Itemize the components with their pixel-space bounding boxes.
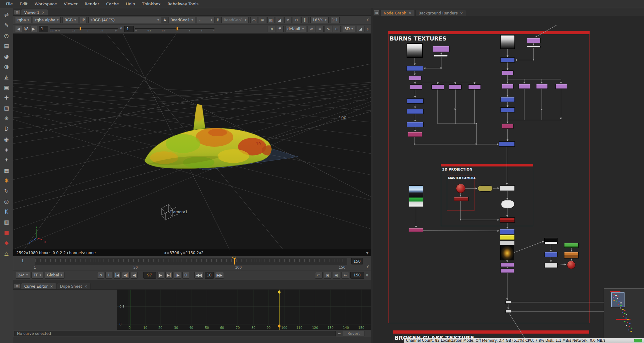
curve-graph-panel[interactable]: 01020304050607080901001101201301401500.5… [117, 290, 371, 330]
dag-minimap[interactable] [604, 288, 644, 339]
gain-field[interactable]: 1 [39, 26, 48, 32]
menu-viewer[interactable]: Viewer [60, 0, 81, 8]
dag-node-magenta-a1[interactable] [408, 132, 422, 137]
dag-node-blue-a4[interactable] [407, 122, 424, 127]
lock-range-icon[interactable]: ▣ [333, 272, 340, 279]
toolbar-draw-icon[interactable]: ✎ [1, 20, 12, 30]
toolbar-filter-icon[interactable]: ◑ [1, 61, 12, 72]
dag-node-violet-d2[interactable] [500, 269, 514, 273]
dag-node-dotbar-b[interactable] [527, 46, 541, 48]
collapse-toolbar-icon[interactable]: ≫ [366, 18, 369, 21]
menu-render[interactable]: Render [81, 0, 103, 8]
eyedropper-icon[interactable]: ◢ [357, 26, 364, 32]
dag-junction-dot[interactable] [560, 117, 562, 119]
fstop-prev-button[interactable]: ◀ [15, 26, 22, 32]
gamma-slider[interactable]: 00.10.51234 [135, 26, 214, 32]
menu-workspace[interactable]: Workspace [31, 0, 60, 8]
next-keyframe-button[interactable]: ▶| [165, 272, 173, 279]
toolbar-warning-icon[interactable]: △ [1, 248, 12, 258]
dag-node-violet-a5[interactable] [449, 84, 462, 90]
dag-node-white-rect-1[interactable] [500, 185, 515, 191]
b-input-dropdown[interactable]: ReadGeo1▼ [221, 17, 248, 23]
toolbar-plugin-gradient-icon[interactable]: ▥ [1, 217, 12, 227]
timeline[interactable]: 1 97 150 ≫ 150100150 [13, 256, 371, 270]
curve-list-panel[interactable] [13, 290, 117, 330]
panel-menu-icon[interactable]: ▤ [14, 10, 20, 14]
dag-node-magenta-b1[interactable] [502, 124, 514, 129]
dag-node-blue-a3[interactable] [407, 109, 424, 114]
menu-file[interactable]: File [3, 0, 16, 8]
tab-background-renders[interactable]: Background Renders× [415, 10, 466, 16]
dag-node-violet-d1[interactable] [500, 263, 514, 267]
dag-node-white-f1[interactable] [505, 301, 511, 304]
dag-node-white-e1[interactable] [544, 263, 558, 268]
dag-node-red-sphere-e1[interactable] [567, 261, 575, 269]
snap-grid-icon[interactable]: # [276, 26, 284, 32]
dag-node-gray-d1[interactable] [500, 241, 515, 245]
fit-range-icon[interactable]: ↔ [341, 272, 349, 279]
toolbar-stamps-icon[interactable]: ■ [1, 227, 12, 237]
dag-junction-dot[interactable] [460, 219, 461, 220]
toolbar-plugin-refresh-icon[interactable]: ↻ [1, 186, 12, 196]
toolbar-transform-icon[interactable]: ✚ [1, 92, 12, 103]
dag-node-violet-b6[interactable] [555, 84, 567, 89]
tab-node-graph[interactable]: Node Graph× [380, 10, 415, 16]
timeline-track[interactable] [35, 258, 347, 264]
panel-menu-icon[interactable]: ▤ [374, 10, 379, 15]
dag-junction-dot[interactable] [414, 143, 415, 145]
dag-node-blue-a2[interactable] [407, 98, 424, 104]
curve-expression-field[interactable]: No curve selected [14, 331, 336, 336]
dag-node-read-gradient-2[interactable] [500, 35, 515, 49]
toolbar-plugin-round-icon[interactable]: ◎ [1, 196, 12, 206]
dag-node-magenta-c1[interactable] [409, 228, 423, 232]
toolbar-keyer-icon[interactable]: ◭ [1, 72, 12, 82]
loop-mode-button[interactable]: ↻ [97, 272, 104, 279]
tab-curve-editor[interactable]: Curve Editor× [21, 283, 56, 289]
transport-collapse-icon[interactable]: ≫ [365, 274, 369, 277]
menu-help[interactable]: Help [122, 0, 139, 8]
set-in-point-button[interactable]: I [105, 272, 112, 279]
dag-node-dotbar-a[interactable] [434, 55, 448, 57]
dag-node-green-e1[interactable] [564, 243, 579, 248]
panel-menu-icon[interactable]: ▤ [14, 284, 20, 288]
dag-node-read-shuttle-dark[interactable] [500, 245, 514, 260]
fstop-next-button[interactable]: ▶ [30, 26, 37, 32]
menu-cache[interactable]: Cache [103, 0, 122, 8]
dag-node-violet-b1[interactable] [527, 38, 541, 43]
frame-range-dropdown[interactable]: Global▼ [45, 272, 64, 279]
toolbar-views-icon[interactable]: ◉ [1, 134, 12, 144]
dag-node-olive-capsule[interactable] [478, 185, 493, 192]
menu-thinkbox[interactable]: Thinkbox [139, 0, 164, 8]
tab-viewer1[interactable]: Viewer1 × [21, 9, 48, 15]
dag-junction-dot[interactable] [454, 108, 456, 110]
toolbar-time-icon[interactable]: ◷ [1, 30, 12, 41]
toolbar-keentools-icon[interactable]: K [1, 206, 12, 217]
infobar-menu-arrow-icon[interactable]: ▼ [366, 251, 369, 255]
dag-node-read-shuttle-sky[interactable] [409, 185, 423, 207]
toolbar-plugin-red-icon[interactable]: ◆ [1, 237, 12, 248]
dag-junction-dot[interactable] [440, 67, 442, 69]
dag-junction-dot[interactable] [475, 123, 477, 124]
dag-node-violet-b5[interactable] [536, 84, 548, 89]
current-frame-field[interactable]: 97 [143, 272, 156, 279]
waveform-icon[interactable]: ∿ [325, 26, 332, 32]
jump-forward-button[interactable]: ▶▶ [215, 272, 224, 279]
tf-dropdown[interactable]: TF▼ [31, 272, 44, 279]
play-forward-button[interactable]: ▶ [157, 272, 164, 279]
dag-node-violet-b3[interactable] [502, 84, 514, 89]
menu-edit[interactable]: Edit [16, 0, 31, 8]
dag-node-camera-sphere[interactable] [456, 184, 465, 193]
dag-junction-dot[interactable] [533, 59, 534, 61]
dag-node-bw-e1[interactable] [544, 238, 558, 244]
set-out-point-button[interactable]: O [182, 272, 189, 279]
toolbar-plugin-orange-icon[interactable]: ✱ [1, 175, 12, 186]
gamma-field[interactable]: 1 [124, 26, 134, 32]
mask-icon[interactable]: ◪ [276, 17, 283, 23]
toolbar-image-icon[interactable]: ⇄ [1, 9, 12, 20]
close-icon[interactable]: × [50, 285, 53, 288]
input-process-icon[interactable]: ⇥ [268, 26, 275, 32]
pause-icon[interactable]: ‖ [301, 17, 309, 23]
dag-junction-dot[interactable] [475, 143, 477, 145]
colorspace-dropdown[interactable]: sRGB (ACES)▼ [88, 17, 161, 23]
dag-node-blue-shared[interactable] [499, 141, 515, 147]
